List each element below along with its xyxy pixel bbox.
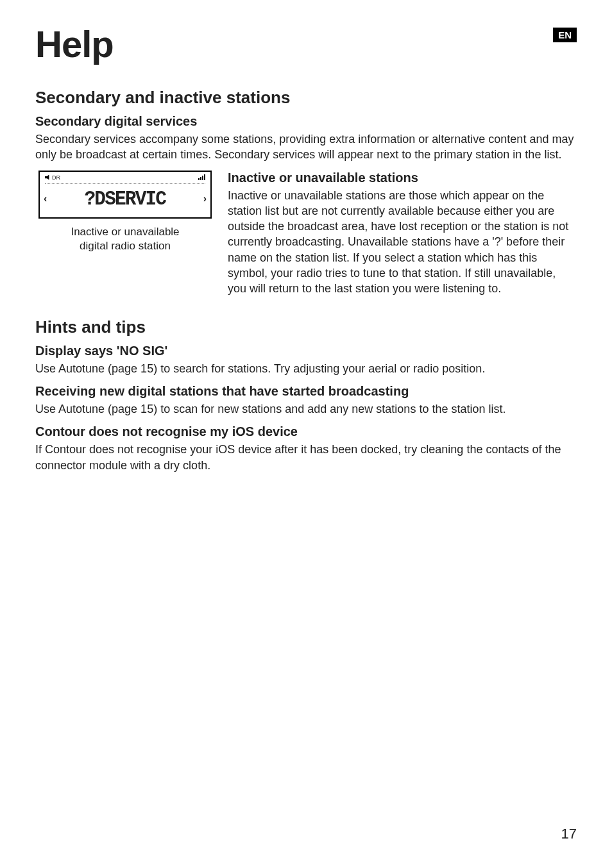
- body-secondary-digital: Secondary services accompany some statio…: [35, 131, 577, 163]
- subheading-inactive: Inactive or unavailable stations: [228, 171, 577, 185]
- section-hints-tips: Hints and tips Display says 'NO SIG' Use…: [35, 317, 577, 473]
- section-secondary-inactive: Secondary and inactive stations Secondar…: [35, 88, 577, 305]
- lcd-divider: [45, 183, 205, 184]
- lcd-display: DR ‹ ?DSERVIC ›: [38, 171, 212, 219]
- caption-line-2: digital radio station: [80, 240, 171, 252]
- body-new-stations: Use Autotune (page 15) to scan for new s…: [35, 401, 577, 417]
- display-caption: Inactive or unavailable digital radio st…: [35, 225, 215, 253]
- right-arrow-icon: ›: [203, 193, 207, 204]
- lcd-main-row: ‹ ?DSERVIC ›: [44, 187, 207, 211]
- lcd-mode-indicator: DR: [45, 174, 60, 181]
- section-heading-2: Hints and tips: [35, 317, 577, 337]
- page-title: Help: [35, 22, 114, 65]
- subheading-no-sig: Display says 'NO SIG': [35, 344, 577, 358]
- body-inactive: Inactive or unavailable stations are tho…: [228, 188, 577, 297]
- page-number: 17: [561, 826, 577, 842]
- lcd-main-text: ?DSERVIC: [85, 187, 166, 211]
- speaker-icon: [45, 175, 50, 180]
- left-arrow-icon: ‹: [44, 193, 47, 204]
- subheading-secondary-digital: Secondary digital services: [35, 114, 577, 129]
- subheading-ios-device: Contour does not recognise my iOS device: [35, 424, 577, 439]
- caption-line-1: Inactive or unavailable: [71, 226, 179, 238]
- body-no-sig: Use Autotune (page 15) to search for sta…: [35, 361, 577, 376]
- inactive-text-column: Inactive or unavailable stations Inactiv…: [228, 171, 577, 305]
- page-header: Help EN: [35, 22, 577, 65]
- language-badge: EN: [553, 28, 577, 42]
- signal-icon: [198, 174, 205, 180]
- display-column: DR ‹ ?DSERVIC › Inactive or unavailable …: [35, 171, 215, 253]
- subheading-new-stations: Receiving new digital stations that have…: [35, 384, 577, 399]
- body-ios-device: If Contour does not recognise your iOS d…: [35, 442, 577, 473]
- section-heading-1: Secondary and inactive stations: [35, 88, 577, 108]
- display-and-text-row: DR ‹ ?DSERVIC › Inactive or unavailable …: [35, 171, 577, 305]
- lcd-mode-label: DR: [52, 174, 60, 181]
- lcd-top-row: DR: [45, 174, 205, 181]
